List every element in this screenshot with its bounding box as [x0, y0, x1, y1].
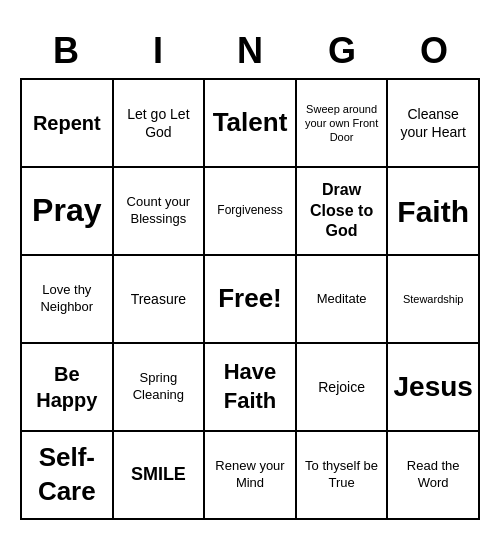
bingo-cell: Free! — [205, 256, 297, 344]
bingo-cell: Repent — [22, 80, 114, 168]
bingo-cell: Let go Let God — [114, 80, 206, 168]
bingo-cell: Be Happy — [22, 344, 114, 432]
bingo-cell: Forgiveness — [205, 168, 297, 256]
bingo-cell: Have Faith — [205, 344, 297, 432]
bingo-cell: Love thy Neighbor — [22, 256, 114, 344]
bingo-cell: Rejoice — [297, 344, 389, 432]
bingo-cell: Count your Blessings — [114, 168, 206, 256]
bingo-grid: RepentLet go Let GodTalentSweep around y… — [20, 78, 480, 520]
bingo-cell: Sweep around your own Front Door — [297, 80, 389, 168]
header-letter: O — [388, 24, 480, 78]
header-letter: I — [112, 24, 204, 78]
bingo-cell: Treasure — [114, 256, 206, 344]
bingo-cell: Faith — [388, 168, 480, 256]
bingo-cell: Pray — [22, 168, 114, 256]
bingo-cell: Jesus — [388, 344, 480, 432]
bingo-cell: To thyself be True — [297, 432, 389, 520]
header-letter: N — [204, 24, 296, 78]
bingo-cell: Spring Cleaning — [114, 344, 206, 432]
bingo-cell: Draw Close to God — [297, 168, 389, 256]
bingo-cell: Self-Care — [22, 432, 114, 520]
bingo-cell: Renew your Mind — [205, 432, 297, 520]
bingo-cell: Cleanse your Heart — [388, 80, 480, 168]
bingo-cell: Stewardship — [388, 256, 480, 344]
bingo-cell: Meditate — [297, 256, 389, 344]
bingo-cell: SMILE — [114, 432, 206, 520]
bingo-cell: Talent — [205, 80, 297, 168]
bingo-card: BINGO RepentLet go Let GodTalentSweep ar… — [10, 14, 490, 530]
bingo-header: BINGO — [20, 24, 480, 78]
header-letter: B — [20, 24, 112, 78]
header-letter: G — [296, 24, 388, 78]
bingo-cell: Read the Word — [388, 432, 480, 520]
